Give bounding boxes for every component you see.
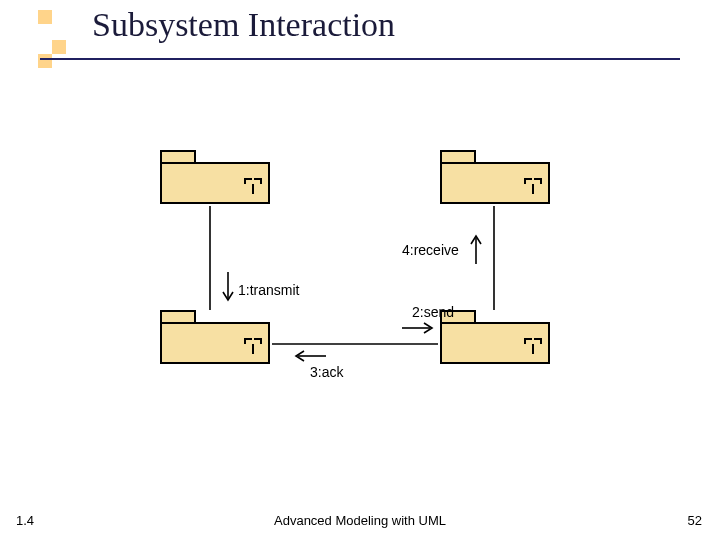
package-top-left <box>160 150 270 204</box>
collaboration-diagram: 1:transmit 4:receive 2:send 3:ack <box>160 150 590 410</box>
label-transmit: 1:transmit <box>238 282 299 298</box>
link-left <box>208 206 212 310</box>
page-number: 52 <box>688 513 702 528</box>
package-bottom-left <box>160 310 270 364</box>
title-bullet-icon <box>38 10 66 72</box>
fork-icon <box>524 338 542 354</box>
label-send: 2:send <box>412 304 454 320</box>
slide-title: Subsystem Interaction <box>92 6 395 44</box>
fork-icon <box>524 178 542 194</box>
arrow-send <box>400 322 438 334</box>
label-receive: 4:receive <box>402 242 459 258</box>
link-bottom <box>272 342 438 346</box>
title-underline <box>40 58 680 60</box>
label-ack: 3:ack <box>310 364 343 380</box>
fork-icon <box>244 178 262 194</box>
package-top-right <box>440 150 550 204</box>
arrow-ack <box>290 350 328 362</box>
fork-icon <box>244 338 262 354</box>
link-right <box>492 206 496 310</box>
package-bottom-right <box>440 310 550 364</box>
footer-text: Advanced Modeling with UML <box>0 513 720 528</box>
arrow-receive <box>470 230 482 266</box>
arrow-transmit <box>222 270 234 306</box>
